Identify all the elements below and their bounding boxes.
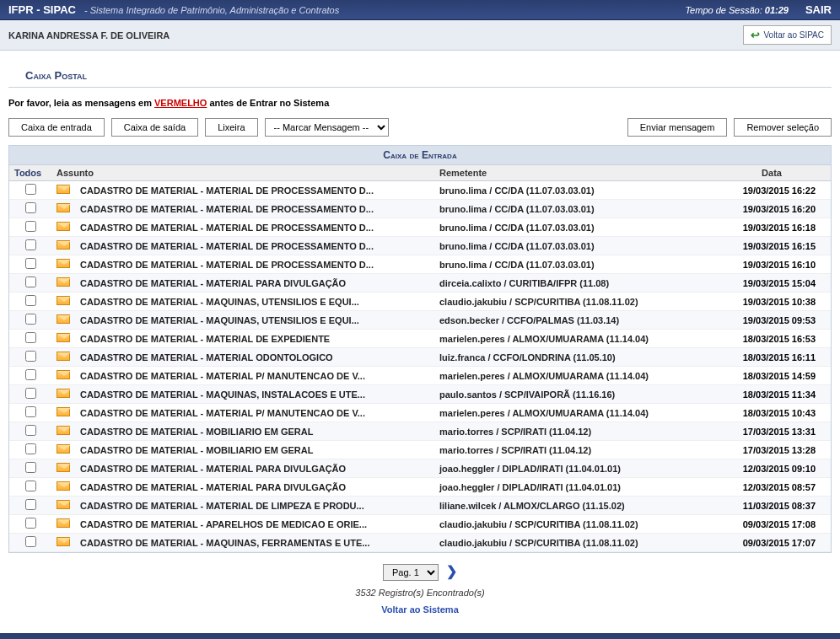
sender-cell: claudio.jakubiu / SCP/CURITIBA (11.08.11… bbox=[434, 293, 687, 311]
subject-cell[interactable]: CADASTRO DE MATERIAL - MATERIAL DE PROCE… bbox=[75, 255, 434, 274]
subject-cell[interactable]: CADASTRO DE MATERIAL - MOBILIARIO EM GER… bbox=[75, 441, 434, 459]
row-checkbox[interactable] bbox=[25, 258, 36, 269]
row-checkbox[interactable] bbox=[25, 369, 36, 380]
subject-cell[interactable]: CADASTRO DE MATERIAL - MATERIAL DE EXPED… bbox=[75, 330, 434, 348]
row-checkbox[interactable] bbox=[25, 406, 36, 417]
row-checkbox[interactable] bbox=[25, 518, 36, 529]
date-cell: 19/03/2015 15:04 bbox=[713, 274, 831, 293]
mark-message-select[interactable]: -- Marcar Mensagem -- bbox=[265, 118, 389, 137]
voltar-sipac-button[interactable]: ↩ Voltar ao SIPAC bbox=[743, 25, 832, 45]
back-to-system-link[interactable]: Voltar ao Sistema bbox=[381, 604, 459, 615]
row-checkbox[interactable] bbox=[25, 184, 36, 195]
row-checkbox[interactable] bbox=[25, 351, 36, 362]
sender-cell: joao.heggler / DIPLAD/IRATI (11.04.01.01… bbox=[434, 478, 687, 497]
table-row[interactable]: CADASTRO DE MATERIAL - MAQUINAS, UTENSIL… bbox=[9, 311, 831, 330]
envelope-icon bbox=[57, 333, 70, 342]
table-row[interactable]: CADASTRO DE MATERIAL - MATERIAL DE LIMPE… bbox=[9, 497, 831, 515]
table-row[interactable]: CADASTRO DE MATERIAL - MATERIAL ODONTOLO… bbox=[9, 348, 831, 367]
subject-cell[interactable]: CADASTRO DE MATERIAL - MATERIAL PARA DIV… bbox=[75, 459, 434, 478]
subject-cell[interactable]: CADASTRO DE MATERIAL - MAQUINAS, INSTALA… bbox=[75, 385, 434, 404]
table-row[interactable]: CADASTRO DE MATERIAL - MOBILIARIO EM GER… bbox=[9, 422, 831, 441]
row-checkbox[interactable] bbox=[25, 499, 36, 510]
subject-cell[interactable]: CADASTRO DE MATERIAL - MOBILIARIO EM GER… bbox=[75, 422, 434, 441]
envelope-icon bbox=[57, 407, 70, 416]
date-cell: 18/03/2015 14:59 bbox=[713, 367, 831, 385]
subject-cell[interactable]: CADASTRO DE MATERIAL - MATERIAL DE PROCE… bbox=[75, 218, 434, 237]
sender-cell: luiz.franca / CCFO/LONDRINA (11.05.10) bbox=[434, 348, 687, 367]
row-checkbox[interactable] bbox=[25, 221, 36, 232]
session-time: Tempo de Sessão: 01:29 bbox=[685, 5, 789, 15]
table-row[interactable]: CADASTRO DE MATERIAL - MAQUINAS, FERRAME… bbox=[9, 534, 831, 552]
logout-button[interactable]: SAIR bbox=[805, 3, 832, 16]
sender-cell: bruno.lima / CC/DA (11.07.03.03.01) bbox=[434, 200, 687, 218]
subject-cell[interactable]: CADASTRO DE MATERIAL - MATERIAL PARA DIV… bbox=[75, 274, 434, 293]
row-checkbox[interactable] bbox=[25, 536, 36, 547]
row-checkbox[interactable] bbox=[25, 388, 36, 399]
table-row[interactable]: CADASTRO DE MATERIAL - MATERIAL PARA DIV… bbox=[9, 459, 831, 478]
table-row[interactable]: CADASTRO DE MATERIAL - MATERIAL P/ MANUT… bbox=[9, 404, 831, 422]
table-row[interactable]: CADASTRO DE MATERIAL - MOBILIARIO EM GER… bbox=[9, 441, 831, 459]
col-header-assunto[interactable]: Assunto bbox=[51, 165, 434, 181]
row-checkbox[interactable] bbox=[25, 443, 36, 454]
subject-cell[interactable]: CADASTRO DE MATERIAL - MATERIAL P/ MANUT… bbox=[75, 404, 434, 422]
date-cell: 12/03/2015 09:10 bbox=[713, 459, 831, 478]
table-row[interactable]: CADASTRO DE MATERIAL - MATERIAL DE EXPED… bbox=[9, 330, 831, 348]
row-checkbox[interactable] bbox=[25, 314, 36, 325]
row-checkbox[interactable] bbox=[25, 295, 36, 306]
row-checkbox[interactable] bbox=[25, 277, 36, 287]
sender-cell: marielen.peres / ALMOX/UMUARAMA (11.14.0… bbox=[434, 367, 687, 385]
date-cell: 18/03/2015 16:53 bbox=[713, 330, 831, 348]
row-checkbox[interactable] bbox=[25, 332, 36, 343]
envelope-icon bbox=[57, 296, 70, 305]
table-row[interactable]: CADASTRO DE MATERIAL - MATERIAL PARA DIV… bbox=[9, 478, 831, 497]
col-header-todos[interactable]: Todos bbox=[9, 165, 51, 181]
table-row[interactable]: CADASTRO DE MATERIAL - MAQUINAS, INSTALA… bbox=[9, 385, 831, 404]
page-title: Caixa Postal bbox=[8, 59, 832, 88]
row-checkbox[interactable] bbox=[25, 481, 36, 491]
envelope-icon bbox=[57, 240, 70, 250]
table-title: Caixa de Entrada bbox=[9, 146, 831, 165]
row-checkbox[interactable] bbox=[25, 462, 36, 473]
envelope-icon bbox=[57, 352, 70, 361]
row-checkbox[interactable] bbox=[25, 239, 36, 250]
subject-cell[interactable]: CADASTRO DE MATERIAL - MAQUINAS, FERRAME… bbox=[75, 534, 434, 552]
sender-cell: bruno.lima / CC/DA (11.07.03.03.01) bbox=[434, 255, 687, 274]
trash-tab-button[interactable]: Lixeira bbox=[205, 118, 257, 137]
outbox-tab-button[interactable]: Caixa de saída bbox=[111, 118, 198, 137]
table-row[interactable]: CADASTRO DE MATERIAL - MATERIAL P/ MANUT… bbox=[9, 367, 831, 385]
table-row[interactable]: CADASTRO DE MATERIAL - MATERIAL DE PROCE… bbox=[9, 200, 831, 218]
subject-cell[interactable]: CADASTRO DE MATERIAL - MATERIAL DE PROCE… bbox=[75, 237, 434, 255]
table-row[interactable]: CADASTRO DE MATERIAL - MATERIAL DE PROCE… bbox=[9, 255, 831, 274]
page-select[interactable]: Pag. 1 bbox=[383, 564, 439, 581]
next-page-icon[interactable]: ❯ bbox=[446, 564, 457, 578]
table-row[interactable]: CADASTRO DE MATERIAL - MATERIAL DE PROCE… bbox=[9, 181, 831, 200]
table-row[interactable]: CADASTRO DE MATERIAL - MATERIAL DE PROCE… bbox=[9, 218, 831, 237]
col-header-remetente[interactable]: Remetente bbox=[434, 165, 687, 181]
subject-cell[interactable]: CADASTRO DE MATERIAL - MATERIAL DE PROCE… bbox=[75, 200, 434, 218]
inbox-tab-button[interactable]: Caixa de entrada bbox=[8, 118, 105, 137]
sender-cell: mario.torres / SCP/IRATI (11.04.12) bbox=[434, 441, 687, 459]
sender-cell: marielen.peres / ALMOX/UMUARAMA (11.14.0… bbox=[434, 404, 687, 422]
date-cell: 19/03/2015 10:38 bbox=[713, 293, 831, 311]
col-header-data[interactable]: Data bbox=[713, 165, 831, 181]
subject-cell[interactable]: CADASTRO DE MATERIAL - MAQUINAS, UTENSIL… bbox=[75, 293, 434, 311]
subject-cell[interactable]: CADASTRO DE MATERIAL - MATERIAL DE PROCE… bbox=[75, 181, 434, 200]
date-cell: 18/03/2015 10:43 bbox=[713, 404, 831, 422]
subject-cell[interactable]: CADASTRO DE MATERIAL - MAQUINAS, UTENSIL… bbox=[75, 311, 434, 330]
row-checkbox[interactable] bbox=[25, 425, 36, 436]
row-checkbox[interactable] bbox=[25, 202, 36, 213]
subject-cell[interactable]: CADASTRO DE MATERIAL - APARELHOS DE MEDI… bbox=[75, 515, 434, 534]
username: KARINA ANDRESSA F. DE OLIVEIRA bbox=[8, 30, 170, 40]
table-row[interactable]: CADASTRO DE MATERIAL - MATERIAL DE PROCE… bbox=[9, 237, 831, 255]
table-row[interactable]: CADASTRO DE MATERIAL - MAQUINAS, UTENSIL… bbox=[9, 293, 831, 311]
table-row[interactable]: CADASTRO DE MATERIAL - APARELHOS DE MEDI… bbox=[9, 515, 831, 534]
send-message-button[interactable]: Enviar mensagem bbox=[627, 118, 728, 137]
subject-cell[interactable]: CADASTRO DE MATERIAL - MATERIAL PARA DIV… bbox=[75, 478, 434, 497]
subject-cell[interactable]: CADASTRO DE MATERIAL - MATERIAL P/ MANUT… bbox=[75, 367, 434, 385]
envelope-icon bbox=[57, 370, 70, 379]
remove-selection-button[interactable]: Remover seleção bbox=[734, 118, 832, 137]
subject-cell[interactable]: CADASTRO DE MATERIAL - MATERIAL ODONTOLO… bbox=[75, 348, 434, 367]
date-cell: 18/03/2015 16:11 bbox=[713, 348, 831, 367]
subject-cell[interactable]: CADASTRO DE MATERIAL - MATERIAL DE LIMPE… bbox=[75, 497, 434, 515]
table-row[interactable]: CADASTRO DE MATERIAL - MATERIAL PARA DIV… bbox=[9, 274, 831, 293]
